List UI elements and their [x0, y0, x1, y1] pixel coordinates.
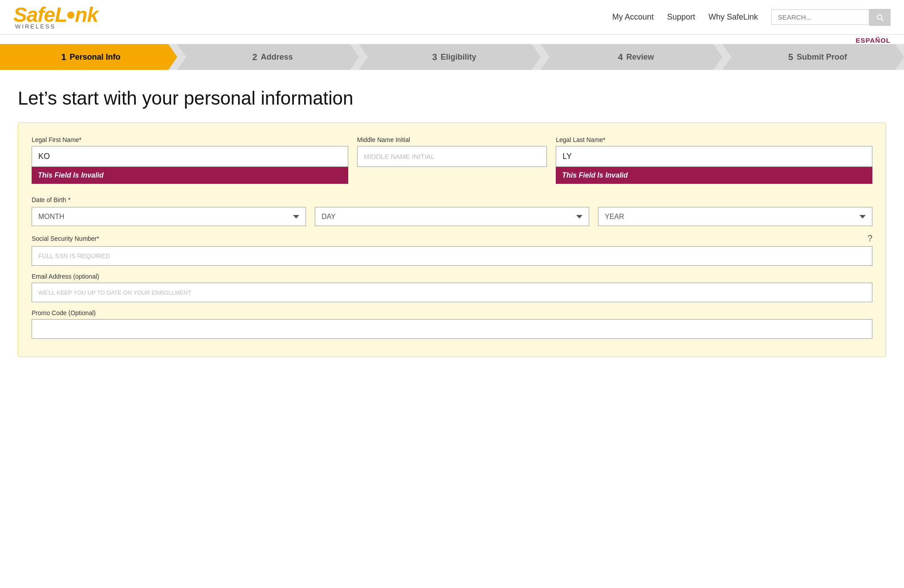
email-section: Email Address (optional)	[32, 273, 872, 302]
header: SafeLnk WIRELESS My Account Support Why …	[0, 0, 904, 44]
last-name-label: Legal Last Name*	[556, 136, 872, 143]
first-name-group: Legal First Name* This Field Is Invalid	[32, 136, 348, 187]
middle-name-group: Middle Name Initial	[357, 136, 547, 187]
step-4-label: Review	[627, 53, 654, 62]
step-4-number: 4	[618, 52, 623, 62]
logo: SafeLnk WIRELESS	[13, 4, 98, 30]
step-5-number: 5	[788, 52, 793, 62]
search-button[interactable]	[869, 9, 891, 26]
first-name-input[interactable]	[32, 146, 348, 167]
email-label: Email Address (optional)	[32, 273, 872, 280]
ssn-help-icon[interactable]: ?	[867, 233, 872, 243]
step-1-number: 1	[61, 52, 66, 62]
nav-why-safelink[interactable]: Why SafeLink	[709, 12, 758, 22]
last-name-group: Legal Last Name* This Field Is Invalid	[556, 136, 872, 187]
ssn-input[interactable]	[32, 246, 872, 266]
step-2-address[interactable]: 2 Address	[177, 44, 359, 70]
dob-day-select[interactable]: DAY	[315, 207, 589, 226]
step-3-number: 3	[432, 52, 437, 62]
name-row: Legal First Name* This Field Is Invalid …	[32, 136, 872, 187]
middle-name-input[interactable]	[357, 146, 547, 167]
step-4-review[interactable]: 4 Review	[541, 44, 722, 70]
last-name-error: This Field Is Invalid	[556, 167, 872, 184]
promo-section: Promo Code (Optional)	[32, 309, 872, 339]
step-3-label: Eligibility	[441, 53, 476, 62]
last-name-input[interactable]	[556, 146, 872, 167]
dob-month-select[interactable]: MONTH January February March April May J…	[32, 207, 306, 226]
ssn-section: Social Security Number* ?	[32, 233, 872, 266]
middle-name-spacer	[357, 167, 547, 187]
main-nav: My Account Support Why SafeLink	[612, 12, 758, 22]
search-area	[771, 9, 891, 26]
step-5-submit-proof[interactable]: 5 Submit Proof	[722, 44, 904, 70]
promo-input[interactable]	[32, 319, 872, 339]
main-content: Let’s start with your personal informati…	[0, 70, 904, 375]
espanol-anchor[interactable]: ESPAÑOL	[856, 36, 891, 44]
dob-selects: MONTH January February March April May J…	[32, 207, 872, 226]
dob-year-select[interactable]: YEAR	[598, 207, 872, 226]
promo-label: Promo Code (Optional)	[32, 309, 872, 316]
personal-info-form: Legal First Name* This Field Is Invalid …	[18, 122, 886, 357]
dob-label: Date of Birth *	[32, 196, 872, 203]
progress-bar: 1 Personal Info 2 Address 3 Eligibility …	[0, 44, 904, 70]
step-5-label: Submit Proof	[797, 53, 847, 62]
dob-section: Date of Birth * MONTH January February M…	[32, 196, 872, 226]
step-1-personal-info[interactable]: 1 Personal Info	[0, 44, 177, 70]
nav-my-account[interactable]: My Account	[612, 12, 654, 22]
nav-support[interactable]: Support	[667, 12, 695, 22]
first-name-label: Legal First Name*	[32, 136, 348, 143]
step-2-label: Address	[261, 53, 293, 62]
step-3-eligibility[interactable]: 3 Eligibility	[359, 44, 541, 70]
ssn-label-row: Social Security Number* ?	[32, 233, 872, 243]
first-name-error: This Field Is Invalid	[32, 167, 348, 184]
logo-text: SafeLnk	[13, 4, 98, 25]
page-title: Let’s start with your personal informati…	[18, 88, 886, 109]
email-input[interactable]	[32, 283, 872, 302]
espanol-link[interactable]: ESPAÑOL	[0, 35, 904, 44]
step-2-number: 2	[252, 52, 257, 62]
step-1-label: Personal Info	[70, 53, 121, 62]
search-icon	[875, 13, 884, 22]
middle-name-label: Middle Name Initial	[357, 136, 547, 143]
search-input[interactable]	[771, 9, 869, 25]
ssn-label: Social Security Number*	[32, 235, 99, 242]
